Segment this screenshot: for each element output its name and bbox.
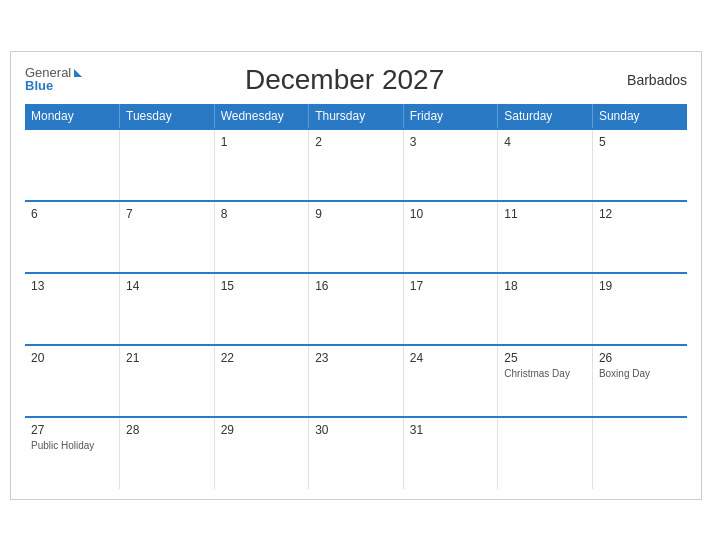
day-number: 23 [315, 351, 397, 365]
day-number: 13 [31, 279, 113, 293]
day-cell: 16 [309, 273, 404, 345]
week-row-3: 13141516171819 [25, 273, 687, 345]
day-number: 4 [504, 135, 586, 149]
week-row-2: 6789101112 [25, 201, 687, 273]
col-thursday: Thursday [309, 104, 404, 129]
day-number: 2 [315, 135, 397, 149]
calendar-body: 1234567891011121314151617181920212223242… [25, 129, 687, 489]
calendar-container: General Blue December 2027 Barbados Mond… [10, 51, 702, 500]
day-cell: 10 [403, 201, 498, 273]
day-cell: 29 [214, 417, 309, 489]
day-cell [25, 129, 120, 201]
col-friday: Friday [403, 104, 498, 129]
day-number: 22 [221, 351, 303, 365]
col-monday: Monday [25, 104, 120, 129]
day-number: 30 [315, 423, 397, 437]
week-row-1: 12345 [25, 129, 687, 201]
day-cell: 20 [25, 345, 120, 417]
day-cell: 12 [592, 201, 687, 273]
day-cell [498, 417, 593, 489]
calendar-table: Monday Tuesday Wednesday Thursday Friday… [25, 104, 687, 489]
day-cell: 4 [498, 129, 593, 201]
day-cell: 24 [403, 345, 498, 417]
col-sunday: Sunday [592, 104, 687, 129]
day-number: 10 [410, 207, 492, 221]
day-cell: 3 [403, 129, 498, 201]
day-cell: 28 [120, 417, 215, 489]
day-number: 21 [126, 351, 208, 365]
day-cell: 27Public Holiday [25, 417, 120, 489]
day-number: 27 [31, 423, 113, 437]
event-label: Public Holiday [31, 439, 113, 452]
day-number: 12 [599, 207, 681, 221]
day-number: 5 [599, 135, 681, 149]
day-number: 7 [126, 207, 208, 221]
day-number: 25 [504, 351, 586, 365]
day-cell: 5 [592, 129, 687, 201]
day-cell: 15 [214, 273, 309, 345]
logo-blue: Blue [25, 79, 82, 93]
day-number: 6 [31, 207, 113, 221]
day-number: 28 [126, 423, 208, 437]
logo-triangle-icon [74, 69, 82, 77]
day-cell: 19 [592, 273, 687, 345]
day-number: 19 [599, 279, 681, 293]
day-number: 18 [504, 279, 586, 293]
day-cell: 21 [120, 345, 215, 417]
logo: General Blue [25, 66, 82, 94]
day-number: 9 [315, 207, 397, 221]
day-cell: 7 [120, 201, 215, 273]
day-cell: 25Christmas Day [498, 345, 593, 417]
day-number: 31 [410, 423, 492, 437]
day-cell: 26Boxing Day [592, 345, 687, 417]
day-cell: 17 [403, 273, 498, 345]
day-cell: 2 [309, 129, 404, 201]
country-label: Barbados [607, 72, 687, 88]
day-number: 16 [315, 279, 397, 293]
day-cell: 11 [498, 201, 593, 273]
month-title: December 2027 [82, 64, 607, 96]
col-tuesday: Tuesday [120, 104, 215, 129]
day-number: 1 [221, 135, 303, 149]
day-cell: 22 [214, 345, 309, 417]
day-number: 8 [221, 207, 303, 221]
day-cell: 14 [120, 273, 215, 345]
day-number: 20 [31, 351, 113, 365]
day-number: 15 [221, 279, 303, 293]
day-number: 24 [410, 351, 492, 365]
day-cell: 6 [25, 201, 120, 273]
day-cell: 9 [309, 201, 404, 273]
day-cell [120, 129, 215, 201]
day-cell: 18 [498, 273, 593, 345]
day-cell: 30 [309, 417, 404, 489]
day-cell: 13 [25, 273, 120, 345]
day-number: 17 [410, 279, 492, 293]
col-wednesday: Wednesday [214, 104, 309, 129]
day-cell: 23 [309, 345, 404, 417]
day-number: 29 [221, 423, 303, 437]
week-row-4: 202122232425Christmas Day26Boxing Day [25, 345, 687, 417]
day-number: 3 [410, 135, 492, 149]
day-cell [592, 417, 687, 489]
calendar-header: General Blue December 2027 Barbados [25, 64, 687, 96]
week-row-5: 27Public Holiday28293031 [25, 417, 687, 489]
day-number: 11 [504, 207, 586, 221]
day-cell: 8 [214, 201, 309, 273]
col-saturday: Saturday [498, 104, 593, 129]
calendar-header-row: Monday Tuesday Wednesday Thursday Friday… [25, 104, 687, 129]
event-label: Christmas Day [504, 367, 586, 380]
day-number: 14 [126, 279, 208, 293]
day-number: 26 [599, 351, 681, 365]
day-cell: 31 [403, 417, 498, 489]
day-cell: 1 [214, 129, 309, 201]
event-label: Boxing Day [599, 367, 681, 380]
